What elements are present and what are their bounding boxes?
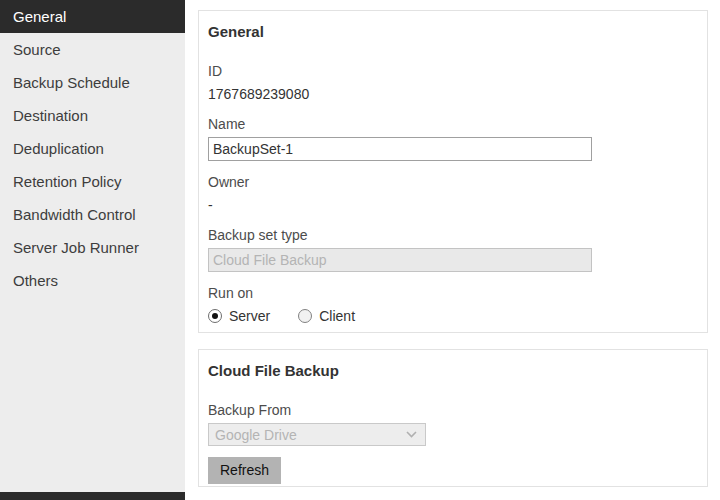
sidebar-item-deduplication[interactable]: Deduplication	[0, 132, 185, 165]
id-value: 1767689239080	[208, 86, 698, 102]
radio-server-label: Server	[229, 308, 270, 324]
sidebar-item-backup-schedule[interactable]: Backup Schedule	[0, 66, 185, 99]
run-on-label: Run on	[208, 285, 698, 301]
name-label: Name	[208, 116, 698, 132]
backup-from-selected-value: Google Drive	[215, 427, 297, 443]
owner-value: -	[208, 197, 698, 213]
general-panel: General ID 1767689239080 Name Owner - Ba…	[198, 10, 708, 333]
sidebar-item-retention-policy[interactable]: Retention Policy	[0, 165, 185, 198]
sidebar: General Source Backup Schedule Destinati…	[0, 0, 185, 500]
backup-from-label: Backup From	[208, 402, 698, 418]
cloud-file-backup-panel: Cloud File Backup Backup From Google Dri…	[198, 349, 708, 487]
name-input[interactable]	[208, 137, 592, 161]
sidebar-item-source[interactable]: Source	[0, 33, 185, 66]
sidebar-item-server-job-runner[interactable]: Server Job Runner	[0, 231, 185, 264]
radio-client-label: Client	[319, 308, 355, 324]
chevron-down-icon	[406, 431, 417, 438]
id-label: ID	[208, 63, 698, 79]
general-panel-title: General	[208, 23, 698, 40]
owner-label: Owner	[208, 174, 698, 190]
radio-option-client[interactable]: Client	[298, 308, 355, 324]
radio-server-icon[interactable]	[208, 309, 222, 323]
sidebar-item-bandwidth-control[interactable]: Bandwidth Control	[0, 198, 185, 231]
cloud-panel-title: Cloud File Backup	[208, 362, 698, 379]
sidebar-item-destination[interactable]: Destination	[0, 99, 185, 132]
run-on-radio-group: Server Client	[208, 308, 698, 324]
backup-set-type-input	[208, 248, 592, 272]
refresh-button[interactable]: Refresh	[208, 457, 281, 484]
radio-option-server[interactable]: Server	[208, 308, 270, 324]
radio-client-icon[interactable]	[298, 309, 312, 323]
backup-set-type-label: Backup set type	[208, 227, 698, 243]
backup-from-select: Google Drive	[208, 423, 426, 446]
sidebar-item-others[interactable]: Others	[0, 264, 185, 297]
sidebar-bottom-bar	[0, 492, 185, 500]
sidebar-item-general[interactable]: General	[0, 0, 185, 33]
